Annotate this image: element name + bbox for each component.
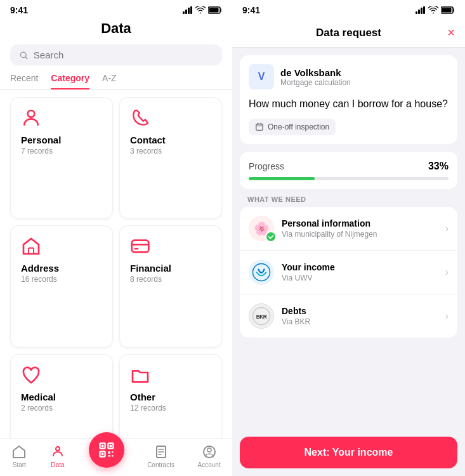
need-income[interactable]: Your income Via UWV › bbox=[240, 251, 457, 294]
progress-bar-fill bbox=[249, 177, 315, 180]
left-panel: 9:41 Data bbox=[0, 0, 232, 476]
phone-icon bbox=[130, 108, 150, 128]
nav-contracts[interactable]: Contracts bbox=[141, 444, 181, 468]
requester-type: Mortgage calculation bbox=[280, 78, 351, 87]
data-icon bbox=[50, 444, 65, 459]
close-button[interactable]: × bbox=[447, 25, 455, 40]
calendar-icon bbox=[255, 122, 264, 131]
modal-title: Data request bbox=[316, 27, 381, 39]
modal-header: Data request × bbox=[232, 18, 465, 48]
svg-rect-12 bbox=[134, 248, 139, 250]
qr-fab[interactable] bbox=[89, 432, 124, 468]
category-contact[interactable]: Contact 3 records bbox=[119, 97, 222, 219]
battery-icon-right bbox=[441, 6, 455, 14]
svg-point-13 bbox=[56, 447, 60, 451]
chevron-personal: › bbox=[445, 223, 449, 234]
nav-contracts-label: Contracts bbox=[147, 461, 174, 468]
need-personal-sub: Via municipality of Nijmegen bbox=[282, 230, 438, 239]
tab-az[interactable]: A-Z bbox=[102, 73, 117, 89]
requester-details: de Volksbank Mortgage calculation bbox=[280, 67, 351, 87]
battery-icon bbox=[208, 6, 222, 14]
requester-logo: V bbox=[249, 64, 274, 89]
progress-header: Progress 33% bbox=[249, 161, 449, 172]
svg-point-8 bbox=[28, 110, 35, 117]
wifi-icon-right bbox=[428, 6, 438, 14]
search-input[interactable] bbox=[34, 50, 213, 60]
nav-data-label: Data bbox=[51, 461, 64, 468]
requester-info: V de Volksbank Mortgage calculation bbox=[249, 64, 449, 89]
other-name: Other bbox=[130, 392, 211, 402]
need-personal-info[interactable]: 🌸 Personal information Via municipality … bbox=[240, 207, 457, 251]
check-badge-personal bbox=[265, 231, 277, 242]
address-name: Address bbox=[21, 263, 102, 274]
category-financial[interactable]: Financial 8 records bbox=[119, 225, 222, 347]
svg-rect-35 bbox=[442, 8, 452, 13]
qr-icon bbox=[98, 441, 115, 459]
personal-name: Personal bbox=[21, 135, 102, 145]
need-debts-sub: Via BKR bbox=[282, 317, 438, 326]
svg-rect-9 bbox=[29, 248, 34, 254]
category-address[interactable]: Address 16 records bbox=[10, 225, 113, 347]
contact-name: Contact bbox=[130, 135, 211, 145]
svg-rect-1 bbox=[185, 10, 187, 14]
heart-icon bbox=[21, 365, 41, 385]
other-count: 12 records bbox=[130, 404, 211, 413]
search-bar[interactable] bbox=[10, 44, 222, 65]
nav-start[interactable]: Start bbox=[5, 444, 33, 468]
progress-section: Progress 33% bbox=[240, 152, 457, 189]
status-icons-left bbox=[183, 6, 222, 14]
svg-rect-36 bbox=[256, 124, 263, 131]
search-icon bbox=[19, 50, 29, 60]
bottom-btn-area: Next: Your income bbox=[232, 429, 465, 476]
page-title: Data bbox=[0, 18, 232, 44]
svg-rect-10 bbox=[132, 241, 149, 253]
need-income-sub: Via UWV bbox=[282, 274, 438, 282]
municipality-logo: 🌸 bbox=[249, 216, 274, 241]
category-personal[interactable]: Personal 7 records bbox=[10, 97, 113, 219]
nav-account[interactable]: Account bbox=[192, 444, 227, 468]
nav-start-label: Start bbox=[13, 461, 26, 468]
signal-icon bbox=[183, 6, 193, 14]
svg-rect-3 bbox=[190, 6, 192, 14]
svg-rect-23 bbox=[112, 455, 113, 456]
requester-name: de Volksbank bbox=[280, 67, 351, 78]
svg-line-7 bbox=[25, 56, 27, 58]
contracts-icon bbox=[154, 444, 169, 459]
nav-data[interactable]: Data bbox=[44, 444, 72, 468]
next-button[interactable]: Next: Your income bbox=[240, 437, 457, 468]
categories-grid: Personal 7 records Contact 3 records Add… bbox=[0, 97, 232, 476]
uwv-icon bbox=[252, 263, 271, 282]
financial-name: Financial bbox=[130, 263, 211, 274]
need-debts-text: Debts Via BKR bbox=[282, 306, 438, 326]
svg-point-29 bbox=[207, 448, 211, 452]
svg-rect-0 bbox=[183, 11, 185, 14]
chevron-debts: › bbox=[445, 310, 449, 322]
time-right: 9:41 bbox=[242, 5, 260, 15]
need-personal-title: Personal information bbox=[282, 218, 438, 228]
progress-label: Progress bbox=[249, 161, 284, 171]
uwv-logo bbox=[249, 260, 274, 285]
svg-text:BKR: BKR bbox=[256, 314, 267, 320]
nav-qr[interactable] bbox=[82, 445, 131, 468]
status-bar-left: 9:41 bbox=[0, 0, 232, 18]
svg-rect-19 bbox=[101, 453, 103, 456]
svg-rect-31 bbox=[418, 10, 420, 14]
tab-category[interactable]: Category bbox=[51, 73, 89, 89]
chevron-income: › bbox=[445, 267, 449, 278]
medical-name: Medical bbox=[21, 392, 102, 402]
inspection-badge: One-off inspection bbox=[249, 119, 336, 135]
need-income-text: Your income Via UWV bbox=[282, 262, 438, 282]
tab-recent[interactable]: Recent bbox=[10, 73, 38, 89]
need-personal-info-text: Personal information Via municipality of… bbox=[282, 218, 438, 239]
house-icon bbox=[21, 236, 41, 256]
svg-rect-22 bbox=[108, 455, 110, 456]
need-debts[interactable]: BKR Debts Via BKR › bbox=[240, 294, 457, 338]
financial-count: 8 records bbox=[130, 275, 211, 284]
medical-count: 2 records bbox=[21, 404, 102, 413]
personal-count: 7 records bbox=[21, 147, 102, 155]
person-icon bbox=[21, 108, 41, 128]
need-income-title: Your income bbox=[282, 262, 438, 272]
svg-rect-21 bbox=[112, 451, 113, 453]
status-icons-right bbox=[416, 6, 455, 14]
address-count: 16 records bbox=[21, 275, 102, 284]
